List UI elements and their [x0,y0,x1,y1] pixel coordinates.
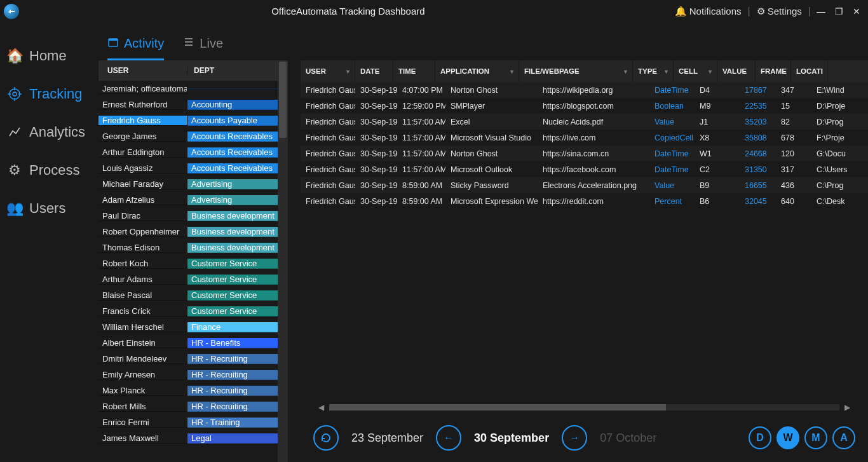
filter-icon[interactable]: ▾ [665,68,668,75]
grid-row[interactable]: Friedrich Gauss30-Sep-1911:57:00 AMMicro… [301,161,868,177]
dept-cell: HR - Recruiting [187,354,288,364]
user-dept-row[interactable]: Adam AfzeliusAdvertising [98,192,288,208]
cell-value[interactable]: 35808 [740,133,776,142]
user-dept-row[interactable]: Blaise PascalCustomer Service [98,287,288,303]
column-header-location[interactable]: LOCATI [791,60,828,82]
cell-type[interactable]: Value [649,181,695,190]
restore-button[interactable]: ❐ [831,6,846,17]
column-header-file[interactable]: FILE/WEBPAGE▾ [519,60,633,82]
range-all-button[interactable]: A [832,426,855,449]
scroll-left-arrow[interactable]: ◀ [313,403,329,412]
notifications-button[interactable]: 🔔 Notifications [671,6,745,17]
scrollbar-thumb[interactable] [279,62,287,138]
tab-activity[interactable]: Activity [107,36,164,60]
filter-icon[interactable]: ▾ [709,68,712,75]
cell-file: https://facebook.com [538,165,649,174]
vertical-scrollbar[interactable] [278,60,288,462]
user-dept-row[interactable]: Albert EinsteinHR - Benefits [98,335,288,351]
grid-row[interactable]: Friedrich Gauss30-Sep-1911:57:00 AMNorto… [301,146,868,161]
grid-row[interactable]: Friedrich Gauss30-Sep-1911:57:00 AMExcel… [301,114,868,130]
next-week-button[interactable]: → [562,425,587,451]
grid-row[interactable]: Friedrich Gauss30-Sep-1911:57:00 AMMicro… [301,130,868,146]
user-dept-row[interactable]: George JamesAccounts Receivables [98,128,288,144]
column-header-application[interactable]: APPLICATION▾ [435,60,519,82]
range-day-button[interactable]: D [749,426,771,449]
column-header-type[interactable]: TYPE▾ [633,60,674,82]
user-dept-row[interactable]: Robert OppenheimerBusiness development [98,224,288,240]
cell-type[interactable]: DateTime [649,149,695,158]
user-dept-row[interactable]: Max PlanckHR - Recruiting [98,383,288,398]
range-week-button[interactable]: W [776,426,799,449]
column-header-date[interactable]: DATE [355,60,393,82]
user-dept-row[interactable]: Ernest RutherfordAccounting [98,97,288,112]
user-cell: Arthur Eddington [98,147,187,158]
user-cell: Blaise Pascal [98,290,187,301]
user-dept-row[interactable]: Dmitri MendeleevHR - Recruiting [98,351,288,367]
sidebar-item-home[interactable]: 🏠 Home [0,41,98,79]
dept-cell: Legal [187,433,288,444]
grid-row[interactable]: Friedrich Gauss30-Sep-198:59:00 AMSticky… [301,177,868,193]
user-dept-row[interactable]: Enrico FermiHR - Training [98,414,288,430]
cell-value[interactable]: 24668 [740,149,776,158]
user-dept-row[interactable]: Robert KochCustomer Service [98,255,288,271]
user-dept-row[interactable]: Arthur EddingtonAccounts Receivables [98,144,288,160]
sidebar-item-tracking[interactable]: Tracking [0,79,98,118]
scroll-right-arrow[interactable]: ▶ [839,403,855,412]
cell-type[interactable]: CopiedCell [649,133,695,142]
user-dept-row[interactable]: Emily ArnesenHR - Recruiting [98,367,288,383]
cell-type[interactable]: Value [649,118,695,126]
user-dept-row[interactable]: Arthur AdamsCustomer Service [98,271,288,287]
column-header-cell[interactable]: CELL▾ [674,60,717,82]
sidebar-item-label: Home [29,48,67,64]
sidebar-item-process[interactable]: ⚙ Process [0,156,98,194]
grid-row[interactable]: Friedrich Gauss30-Sep-198:59:00 AMMicros… [301,193,868,209]
sidebar-item-analytics[interactable]: Analytics [0,118,98,156]
dept-cell: Accounting [187,100,288,110]
scrollbar-thumb[interactable] [329,404,666,411]
column-header-user[interactable]: USER [98,66,187,75]
user-dept-row[interactable]: Michael FaradayAdvertising [98,176,288,192]
cell-value[interactable]: 31350 [740,165,776,174]
tab-live[interactable]: Live [183,36,223,60]
user-dept-row[interactable]: Thomas EdisonBusiness development [98,240,288,255]
settings-button[interactable]: ⚙ Settings [753,6,806,17]
minimize-button[interactable]: — [813,6,829,17]
user-dept-row[interactable]: William HerschelFinance [98,319,288,335]
cell-value[interactable]: 22535 [740,102,776,111]
close-button[interactable]: ✕ [849,6,864,17]
user-dept-row[interactable]: Robert MillsHR - Recruiting [98,398,288,414]
user-dept-header: USER DEPT [98,60,288,81]
user-dept-row[interactable]: Paul DiracBusiness development [98,208,288,224]
user-dept-row[interactable]: Francis CrickCustomer Service [98,303,288,319]
scrollbar-track[interactable] [329,404,839,411]
user-dept-row[interactable]: Friedrich GaussAccounts Payable [98,112,288,128]
cell-value[interactable]: 16655 [740,181,776,190]
column-header-dept[interactable]: DEPT [187,66,288,75]
cell-type[interactable]: Boolean [649,102,695,111]
range-month-button[interactable]: M [804,426,827,449]
grid-row[interactable]: Friedrich Gauss30-Sep-194:07:00 PMNorton… [301,82,868,98]
filter-icon[interactable]: ▾ [346,68,349,75]
cell-user: Friedrich Gauss [301,118,355,126]
filter-icon[interactable]: ▾ [624,68,627,75]
cell-file: https://live.com [538,133,649,142]
user-dept-row[interactable]: Louis AgassizAccounts Receivables [98,160,288,176]
filter-icon[interactable]: ▾ [510,68,513,75]
prev-week-button[interactable]: ← [436,425,461,451]
cell-value[interactable]: 35203 [740,118,776,126]
column-header-user[interactable]: USER▾ [301,60,355,82]
cell-type[interactable]: DateTime [649,86,695,95]
cell-type[interactable]: Percent [649,197,695,206]
user-dept-row[interactable]: James MaxwellLegal [98,430,288,446]
cell-value[interactable]: 32045 [740,197,776,206]
cell-type[interactable]: DateTime [649,165,695,174]
user-dept-row[interactable]: Jeremiah; officeautomata [98,81,288,97]
column-header-frame[interactable]: FRAME [756,60,791,82]
user-cell: Dmitri Mendeleev [98,354,187,364]
column-header-value[interactable]: VALUE [717,60,756,82]
column-header-time[interactable]: TIME [393,60,435,82]
grid-row[interactable]: Friedrich Gauss30-Sep-1912:59:00 PMSMPla… [301,98,868,114]
cell-value[interactable]: 17867 [740,86,776,95]
refresh-button[interactable] [313,425,339,451]
sidebar-item-users[interactable]: 👥 Users [0,194,98,232]
